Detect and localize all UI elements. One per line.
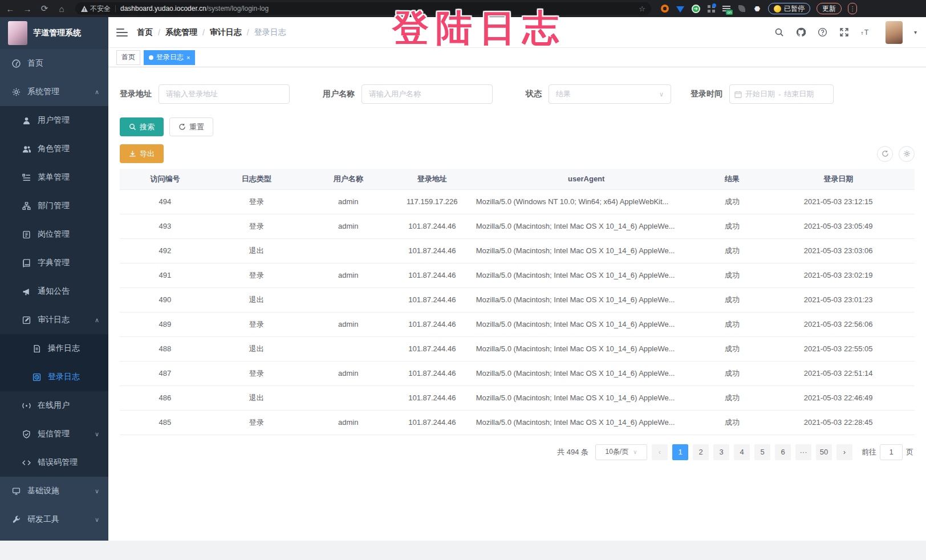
sidebar-item-home[interactable]: 首页 bbox=[0, 49, 108, 78]
sidebar-item-dev-tools[interactable]: 研发工具∨ bbox=[0, 505, 108, 534]
home-icon[interactable]: ⌂ bbox=[56, 4, 67, 14]
user-avatar[interactable] bbox=[886, 21, 903, 44]
cell: 成功 bbox=[702, 287, 762, 312]
back-icon[interactable]: ← bbox=[5, 4, 16, 14]
cell: 成功 bbox=[702, 214, 762, 238]
cell: 2021-05-03 23:01:23 bbox=[762, 287, 915, 312]
cell: 101.87.244.46 bbox=[394, 287, 470, 312]
page-button-1[interactable]: 1 bbox=[672, 444, 688, 460]
sidebar-item-post[interactable]: 岗位管理 bbox=[0, 220, 108, 249]
bookmark-star-icon[interactable]: ☆ bbox=[639, 5, 645, 13]
table-row: 491登录admin101.87.244.46Mozilla/5.0 (Maci… bbox=[120, 263, 915, 287]
font-size-icon[interactable]: тT bbox=[860, 27, 872, 38]
sidebar-item-infra[interactable]: 基础设施∨ bbox=[0, 477, 108, 505]
reload-icon[interactable]: ⟳ bbox=[39, 3, 50, 14]
column-settings-button[interactable] bbox=[899, 146, 915, 162]
search-icon[interactable] bbox=[774, 27, 785, 38]
table-row: 492退出101.87.244.46Mozilla/5.0 (Macintosh… bbox=[120, 238, 915, 263]
login-address-label: 登录地址 bbox=[120, 89, 152, 99]
fullscreen-icon[interactable] bbox=[839, 27, 850, 38]
sidebar-item-notice[interactable]: 通知公告 bbox=[0, 277, 108, 306]
chevron-up-icon: ∧ bbox=[95, 88, 99, 96]
extension-orange-icon[interactable] bbox=[660, 4, 669, 13]
sidebar-item-operate-log[interactable]: 操作日志 bbox=[0, 334, 108, 363]
extensions-puzzle-icon[interactable]: ⬣ bbox=[753, 4, 762, 13]
login-address-input[interactable]: 请输入登录地址 bbox=[159, 84, 290, 104]
cell: 成功 bbox=[702, 361, 762, 385]
extension-leaf-icon[interactable] bbox=[737, 4, 746, 13]
login-time-range-picker[interactable]: 开始日期 - 结束日期 bbox=[729, 84, 834, 104]
cell: 101.87.244.46 bbox=[394, 385, 470, 410]
forward-icon[interactable]: → bbox=[22, 4, 33, 14]
sidebar-item-sms[interactable]: 短信管理∨ bbox=[0, 420, 108, 448]
cell: 成功 bbox=[702, 263, 762, 287]
browser-menu-icon[interactable]: ⋮ bbox=[848, 3, 857, 14]
breadcrumb-item[interactable]: 首页 bbox=[137, 27, 153, 38]
hamburger-icon[interactable] bbox=[116, 29, 128, 36]
sidebar-item-role[interactable]: 角色管理 bbox=[0, 135, 108, 163]
breadcrumb: 首页/系统管理/审计日志/登录日志 bbox=[137, 27, 286, 38]
goto-page-input[interactable] bbox=[880, 444, 903, 460]
github-icon[interactable] bbox=[795, 27, 807, 38]
sidebar-item-user[interactable]: 用户管理 bbox=[0, 106, 108, 135]
sidebar-item-error-code[interactable]: 错误码管理 bbox=[0, 448, 108, 477]
page-button-2[interactable]: 2 bbox=[693, 444, 709, 460]
breadcrumb-item[interactable]: 审计日志 bbox=[210, 27, 242, 38]
export-button[interactable]: 导出 bbox=[120, 144, 164, 163]
page-button-3[interactable]: 3 bbox=[713, 444, 729, 460]
update-button[interactable]: 更新 bbox=[817, 3, 842, 14]
cell: Mozilla/5.0 (Windows NT 10.0; Win64; x64… bbox=[470, 189, 702, 214]
cell: 成功 bbox=[702, 336, 762, 361]
close-icon[interactable]: × bbox=[186, 54, 190, 61]
chevron-down-icon: ∨ bbox=[95, 488, 99, 495]
status-select[interactable]: 结果∨ bbox=[549, 84, 671, 104]
cell: 2021-05-03 23:03:06 bbox=[762, 238, 915, 263]
cell: Mozilla/5.0 (Macintosh; Intel Mac OS X 1… bbox=[470, 361, 702, 385]
cell: admin bbox=[303, 214, 394, 238]
paused-badge[interactable]: 已暂停 bbox=[768, 3, 810, 14]
sidebar-item-audit-log[interactable]: 审计日志∧ bbox=[0, 306, 108, 334]
extension-list-icon[interactable]: on bbox=[722, 4, 731, 13]
page-button-4[interactable]: 4 bbox=[734, 444, 750, 460]
extension-green-icon[interactable]: ➜ bbox=[691, 4, 700, 13]
svg-text:T: T bbox=[864, 29, 869, 36]
sidebar-item-menu[interactable]: 菜单管理 bbox=[0, 163, 108, 192]
tab-首页[interactable]: 首页 bbox=[116, 50, 140, 65]
sidebar-item-login-log[interactable]: 登录日志 bbox=[0, 363, 108, 391]
chevron-down-icon[interactable]: ▾ bbox=[914, 29, 917, 35]
cell: 登录 bbox=[210, 410, 303, 435]
url-text: dashboard.yudao.iocoder.cn/system/log/lo… bbox=[120, 5, 269, 13]
download-icon bbox=[129, 150, 136, 157]
cell: 491 bbox=[120, 263, 210, 287]
cell: 退出 bbox=[210, 336, 303, 361]
help-icon[interactable] bbox=[817, 27, 828, 38]
more-pages-button[interactable]: ··· bbox=[795, 444, 811, 460]
page-button-5[interactable]: 5 bbox=[754, 444, 770, 460]
next-page-button[interactable]: › bbox=[836, 444, 852, 460]
page-size-select[interactable]: 10条/页∨ bbox=[595, 444, 647, 460]
warning-triangle-icon bbox=[81, 6, 88, 12]
logo-bar[interactable]: 芋道管理系统 bbox=[0, 17, 108, 49]
prev-page-button[interactable]: ‹ bbox=[652, 444, 668, 460]
sidebar-item-label: 研发工具 bbox=[27, 514, 59, 525]
extension-grid-icon[interactable] bbox=[706, 4, 716, 13]
cell: 101.87.244.46 bbox=[394, 214, 470, 238]
cell: admin bbox=[303, 263, 394, 287]
sidebar-item-online-user[interactable]: 在线用户 bbox=[0, 391, 108, 420]
document-icon bbox=[32, 344, 41, 353]
tab-登录日志[interactable]: 登录日志× bbox=[144, 50, 195, 65]
page-button-6[interactable]: 6 bbox=[775, 444, 791, 460]
sidebar-item-dept[interactable]: 部门管理 bbox=[0, 192, 108, 220]
reset-button[interactable]: 重置 bbox=[169, 117, 213, 136]
extension-gem-icon[interactable] bbox=[676, 4, 685, 13]
security-warning[interactable]: 不安全 bbox=[81, 4, 111, 14]
sidebar-item-system[interactable]: 系统管理∧ bbox=[0, 78, 108, 106]
settings-icon bbox=[903, 150, 911, 157]
cell: 2021-05-03 23:12:15 bbox=[762, 189, 915, 214]
search-button[interactable]: 搜索 bbox=[120, 117, 164, 136]
page-button-50[interactable]: 50 bbox=[816, 444, 832, 460]
username-input[interactable]: 请输入用户名称 bbox=[362, 84, 493, 104]
breadcrumb-item[interactable]: 系统管理 bbox=[165, 27, 197, 38]
sidebar-item-dict[interactable]: 字典管理 bbox=[0, 249, 108, 277]
refresh-table-button[interactable] bbox=[877, 146, 893, 162]
